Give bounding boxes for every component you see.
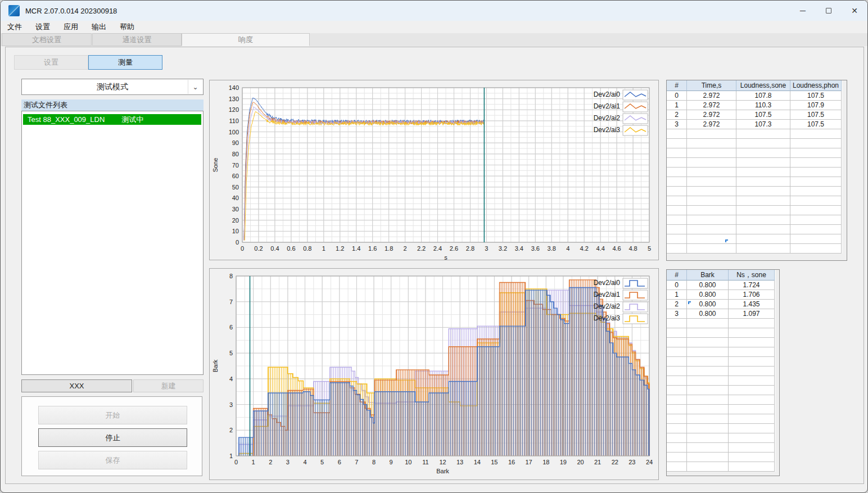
svg-text:22: 22 [612, 459, 618, 465]
new-button[interactable]: 新建 [133, 379, 204, 392]
table-row[interactable] [667, 414, 775, 424]
table-row[interactable]: 12.972110.3107.9 [667, 101, 842, 110]
minimize-button[interactable]: ─ [790, 1, 816, 21]
svg-text:2.6: 2.6 [450, 245, 458, 252]
table-cell: 107.5 [790, 120, 842, 129]
table-cell: 0.800 [687, 281, 729, 290]
table-row[interactable]: 30.8001.097 [667, 309, 775, 319]
table-row[interactable] [667, 177, 842, 187]
tab-channel-settings[interactable]: 通道设置 [92, 33, 182, 46]
start-button[interactable]: 开始 [38, 406, 187, 424]
test-mode-select[interactable]: 测试模式 ⌄ [21, 79, 204, 95]
table-row[interactable] [667, 215, 842, 225]
menu-settings[interactable]: 设置 [29, 21, 57, 33]
table-cell [687, 234, 736, 244]
app-icon [8, 5, 20, 16]
table-row[interactable]: 20.8001.435 [667, 300, 775, 309]
svg-text:21: 21 [594, 459, 601, 465]
table-row[interactable] [667, 196, 842, 206]
save-button[interactable]: 保存 [38, 451, 187, 469]
svg-text:1: 1 [229, 453, 233, 459]
menu-file[interactable]: 文件 [1, 21, 29, 33]
table-cell [736, 234, 790, 244]
subtab-measure[interactable]: 测量 [88, 55, 162, 70]
table-cell [687, 376, 729, 386]
table-row[interactable]: 22.972107.5107.5 [667, 110, 842, 120]
table-row[interactable]: 32.972107.3107.5 [667, 120, 842, 129]
table-cell [736, 244, 790, 254]
subtab-settings[interactable]: 设置 [14, 55, 88, 70]
table-cell [667, 244, 687, 254]
loudness-time-chart[interactable]: 00.20.40.60.811.21.41.61.822.22.42.62.83… [209, 80, 659, 260]
table-row[interactable] [667, 328, 775, 338]
table-row[interactable] [667, 424, 775, 433]
table-row[interactable] [667, 395, 775, 405]
menu-apply[interactable]: 应用 [57, 21, 85, 33]
svg-text:5: 5 [320, 459, 324, 465]
table-row[interactable] [667, 367, 775, 376]
table-row[interactable] [667, 158, 842, 168]
table-row[interactable]: 10.8001.706 [667, 290, 775, 300]
table-row[interactable] [667, 453, 775, 462]
table-cell [790, 177, 842, 187]
table-row[interactable] [667, 225, 842, 234]
table-row[interactable] [667, 139, 842, 148]
table-cell [687, 319, 729, 328]
table-row[interactable] [667, 386, 775, 395]
stop-button[interactable]: 停止 [38, 428, 187, 447]
xxx-button[interactable]: XXX [21, 379, 132, 392]
svg-text:9: 9 [390, 459, 393, 465]
table-row[interactable]: 02.972107.8107.5 [667, 91, 842, 101]
table-row[interactable] [667, 433, 775, 443]
table-cell [790, 215, 842, 225]
svg-text:4: 4 [303, 459, 306, 465]
menu-output[interactable]: 输出 [85, 21, 113, 33]
tab-loudness[interactable]: 响度 [182, 33, 310, 46]
table-row[interactable] [667, 357, 775, 367]
svg-text:3: 3 [286, 459, 290, 465]
table-row[interactable] [667, 129, 842, 139]
specific-loudness-chart[interactable]: 0123456789101112131415161718192021222324… [209, 268, 659, 480]
list-item-test-file[interactable]: Test 88_XXX_009_LDN 测试中 [23, 114, 201, 125]
table-row[interactable] [667, 376, 775, 386]
svg-text:70: 70 [232, 162, 239, 169]
table-cell [687, 395, 729, 405]
table-cell [736, 177, 790, 187]
table-row[interactable]: 00.8001.724 [667, 281, 775, 290]
svg-text:Dev2/ai3: Dev2/ai3 [594, 314, 621, 322]
svg-text:30: 30 [232, 206, 239, 212]
table-cell [667, 357, 687, 367]
control-group: 开始 停止 保存 [21, 396, 202, 476]
bark-table[interactable]: #BarkNs，sone00.8001.72410.8001.70620.800… [666, 269, 780, 476]
table-cell [790, 234, 842, 244]
svg-text:8: 8 [372, 459, 376, 465]
table-row[interactable] [667, 148, 842, 158]
table-row[interactable] [667, 319, 775, 328]
svg-text:6: 6 [338, 459, 341, 465]
menu-help[interactable]: 帮助 [113, 21, 141, 33]
table-row[interactable] [667, 244, 842, 254]
table-row[interactable] [667, 206, 842, 215]
table-row[interactable] [667, 338, 775, 347]
close-button[interactable]: ✕ [842, 1, 867, 21]
table-cell [687, 443, 729, 453]
app-window: MCR 2.07.0.014 202300918 ─ ✕ 文件 设置 应用 输出… [0, 0, 868, 493]
table-row[interactable] [667, 168, 842, 177]
tab-doc-settings[interactable]: 文档设置 [2, 33, 92, 46]
svg-text:4: 4 [566, 245, 569, 252]
maximize-button[interactable] [816, 1, 842, 21]
loudness-table[interactable]: #Time,sLoudness,soneLoudness,phon02.9721… [666, 80, 847, 261]
svg-text:1.2: 1.2 [336, 245, 344, 252]
table-cell [736, 225, 790, 234]
svg-text:2: 2 [269, 459, 272, 465]
table-row[interactable] [667, 462, 775, 472]
table-row[interactable] [667, 405, 775, 414]
table-row[interactable] [667, 443, 775, 453]
table-cell [687, 225, 736, 234]
table-row[interactable] [667, 234, 842, 244]
table-row[interactable] [667, 347, 775, 357]
cell-focus-mark [725, 239, 728, 242]
table-cell [790, 148, 842, 158]
svg-text:4.2: 4.2 [580, 245, 589, 252]
table-row[interactable] [667, 187, 842, 196]
